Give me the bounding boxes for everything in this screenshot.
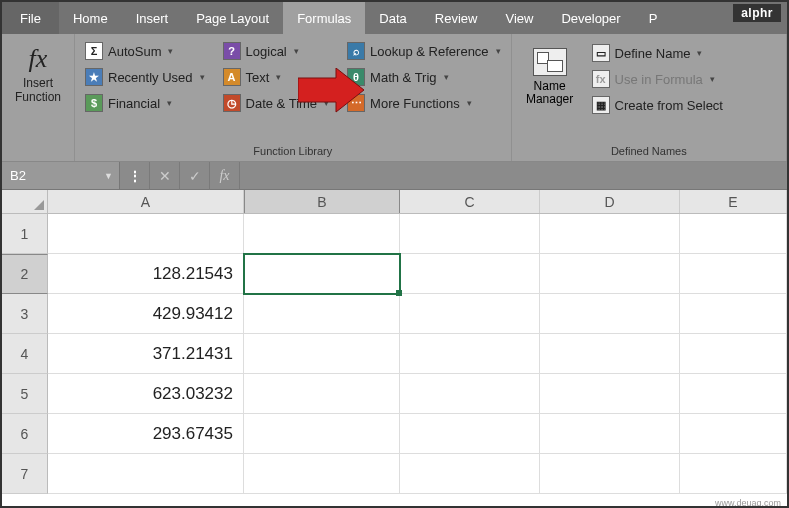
col-header-b[interactable]: B [244,190,400,213]
cell[interactable] [400,254,540,294]
tab-home[interactable]: Home [59,2,122,34]
name-mgr-l1: Name [534,79,566,93]
autosum-button[interactable]: ΣAutoSum▾ [81,40,209,62]
col-header-e[interactable]: E [680,190,787,213]
tab-data[interactable]: Data [365,2,420,34]
date-time-button[interactable]: ◷Date & Time▾ [219,92,334,114]
create-from-selection-button[interactable]: ▦Create from Select [588,94,727,116]
col-header-a[interactable]: A [48,190,244,213]
row-header[interactable]: 7 [2,454,48,494]
insert-function-label1: Insert [23,76,53,90]
cell[interactable] [244,374,400,414]
formula-input[interactable] [240,162,787,189]
cell[interactable] [540,214,680,254]
cancel-icon[interactable]: ✕ [150,162,180,190]
cell[interactable] [680,374,787,414]
tab-formulas[interactable]: Formulas [283,2,365,34]
cell[interactable] [48,214,244,254]
row-header[interactable]: 1 [2,214,48,254]
cell[interactable] [540,374,680,414]
more-functions-button[interactable]: ⋯More Functions▾ [343,92,505,114]
lookup-icon: ⌕ [347,42,365,60]
lookup-button[interactable]: ⌕Lookup & Reference▾ [343,40,505,62]
cell[interactable]: 293.67435 [48,414,244,454]
logical-label: Logical [246,44,287,59]
row-header[interactable]: 6 [2,414,48,454]
cell[interactable] [540,454,680,494]
cell[interactable] [244,414,400,454]
cell[interactable]: 623.03232 [48,374,244,414]
cell[interactable] [400,454,540,494]
financial-icon: $ [85,94,103,112]
cell[interactable] [244,454,400,494]
cell[interactable] [244,334,400,374]
insert-function-button[interactable]: fx InsertFunction [8,38,68,104]
tab-bar: File Home Insert Page Layout Formulas Da… [2,2,787,34]
cell[interactable] [540,294,680,334]
select-all-corner[interactable] [2,190,48,213]
cell[interactable] [680,414,787,454]
define-name-button[interactable]: ▭Define Name▾ [588,42,727,64]
tab-view[interactable]: View [491,2,547,34]
cell[interactable] [400,414,540,454]
name-box[interactable]: B2 ▼ [2,162,120,189]
tab-file[interactable]: File [2,2,59,34]
chevron-down-icon: ▾ [276,72,281,82]
formula-bar-expand[interactable]: ⋮ [120,162,150,190]
name-box-value: B2 [10,168,26,183]
row-header[interactable]: 4 [2,334,48,374]
name-manager-button[interactable]: NameManager [518,38,582,116]
lookup-label: Lookup & Reference [370,44,489,59]
row-header[interactable]: 5 [2,374,48,414]
tab-overflow[interactable]: P [635,2,672,34]
cell[interactable]: 371.21431 [48,334,244,374]
mathtrig-label: Math & Trig [370,70,436,85]
chevron-down-icon: ▾ [200,72,205,82]
cell[interactable] [680,254,787,294]
chevron-down-icon: ▾ [444,72,449,82]
enter-icon[interactable]: ✓ [180,162,210,190]
logical-button[interactable]: ?Logical▾ [219,40,334,62]
cell[interactable] [540,334,680,374]
cell[interactable] [400,294,540,334]
create-label: Create from Select [615,98,723,113]
cell[interactable]: 429.93412 [48,294,244,334]
active-cell[interactable] [244,254,400,294]
text-button[interactable]: AText▾ [219,66,334,88]
tab-insert[interactable]: Insert [122,2,183,34]
row-header[interactable]: 2 [2,254,48,294]
cell[interactable] [400,214,540,254]
more-label: More Functions [370,96,460,111]
cell[interactable] [540,254,680,294]
cell[interactable]: 128.21543 [48,254,244,294]
cell[interactable] [540,414,680,454]
col-header-c[interactable]: C [400,190,540,213]
cell[interactable] [48,454,244,494]
chevron-down-icon: ▼ [104,171,113,181]
name-manager-icon [533,48,567,76]
spreadsheet-grid[interactable]: A B C D E 1 2128.21543 3429.93412 4371.2… [2,190,787,494]
cell[interactable] [680,454,787,494]
tab-review[interactable]: Review [421,2,492,34]
math-trig-button[interactable]: θMath & Trig▾ [343,66,505,88]
row-header[interactable]: 3 [2,294,48,334]
chevron-down-icon: ▾ [294,46,299,56]
tab-page-layout[interactable]: Page Layout [182,2,283,34]
cell[interactable] [244,294,400,334]
recently-used-button[interactable]: ★Recently Used▾ [81,66,209,88]
cell[interactable] [400,334,540,374]
cell[interactable] [680,294,787,334]
cell[interactable] [400,374,540,414]
cell[interactable] [244,214,400,254]
recently-label: Recently Used [108,70,193,85]
chevron-down-icon: ▾ [697,48,702,58]
financial-button[interactable]: $Financial▾ [81,92,209,114]
tab-developer[interactable]: Developer [547,2,634,34]
col-header-d[interactable]: D [540,190,680,213]
ribbon: fx InsertFunction ΣAutoSum▾ ★Recently Us… [2,34,787,162]
fx-icon[interactable]: fx [210,162,240,190]
cell[interactable] [680,334,787,374]
datetime-label: Date & Time [246,96,318,111]
more-icon: ⋯ [347,94,365,112]
cell[interactable] [680,214,787,254]
